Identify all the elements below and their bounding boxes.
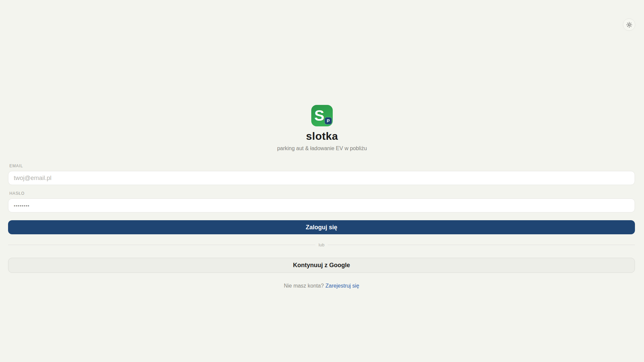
logo-letter: S	[314, 105, 324, 126]
theme-toggle-button[interactable]	[623, 18, 635, 31]
divider-line-left	[8, 245, 315, 245]
email-label: EMAIL	[8, 164, 635, 168]
password-input[interactable]	[8, 198, 635, 213]
register-prompt: Nie masz konta?	[284, 283, 324, 289]
login-form: EMAIL HASŁO Zaloguj się lub Kontynuuj z …	[8, 164, 635, 289]
google-login-button[interactable]: Kontynuuj z Google	[8, 258, 635, 273]
login-page: S P slotka parking aut & ładowanie EV w …	[0, 0, 644, 289]
sun-icon	[626, 22, 632, 28]
login-button[interactable]: Zaloguj się	[8, 220, 635, 234]
divider-label: lub	[319, 242, 324, 247]
logo-parking-badge: P	[325, 117, 332, 124]
brand-section: S P slotka parking aut & ładowanie EV w …	[0, 105, 644, 152]
page-tagline: parking aut & ładowanie EV w pobliżu	[0, 145, 644, 152]
divider-line-right	[328, 245, 635, 245]
app-logo: S P	[311, 105, 333, 126]
email-input[interactable]	[8, 171, 635, 185]
page-title: slotka	[0, 130, 644, 142]
password-label: HASŁO	[8, 191, 635, 196]
register-row: Nie masz konta?Zarejestruj się	[8, 283, 635, 289]
divider: lub	[8, 242, 635, 247]
register-link[interactable]: Zarejestruj się	[325, 283, 359, 289]
